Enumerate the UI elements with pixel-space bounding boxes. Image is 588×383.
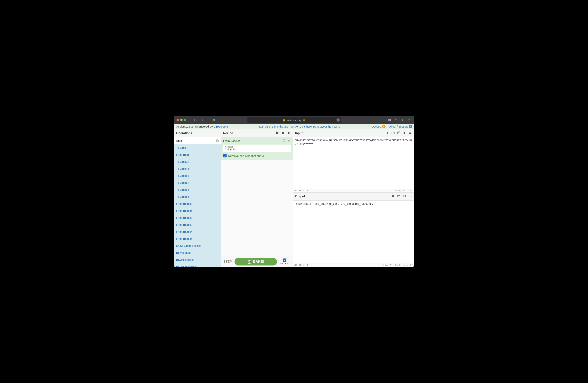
operations-header: Operations [174,129,221,137]
about-link[interactable]: About / Support [389,125,408,128]
svg-line-9 [283,140,285,141]
input-display-options-button[interactable] [408,131,412,135]
titlebar: ▾ 🔒 cyberchef.org 🔒 ••• [174,116,414,124]
operation-list-item[interactable]: Show Base64 offsets [174,242,221,249]
output-pane: Output spartanCTF{just_an0ther_0bs0l3t3_… [293,193,414,267]
encoding-button[interactable]: TT Raw Bytes [390,190,405,192]
replace-input-button[interactable] [403,194,406,198]
output-textarea[interactable]: spartanCTF{just_an0ther_0bs0l3t3_enc0d1n… [293,201,414,263]
lines-icon [303,190,305,192]
clear-input-button[interactable] [403,131,406,135]
eol-button[interactable]: ↵ LF [407,264,413,266]
recipe-list[interactable]: From Base32 Alphabet A-Z2-7= ✓ Remove no… [221,137,293,256]
downloads-button[interactable] [387,117,392,123]
operation-title: From Base32 [223,139,240,142]
help-icon[interactable]: ? [409,125,412,128]
operation-list-item[interactable]: From Base62 [174,221,221,229]
input-char-count: 88 [299,190,301,192]
operation-list-item[interactable]: From Base85 [174,235,221,242]
reader-lock-icon: 🔒 [303,119,306,121]
tabs-overview-button[interactable] [406,117,411,123]
svg-rect-16 [409,133,411,133]
operation-list-item[interactable]: From Base32 [174,200,221,207]
clear-search-button[interactable]: ✕ [216,139,219,142]
output-line-count: 1 [307,264,308,266]
page-settings-button[interactable]: ••• [336,118,340,122]
operation-list-item[interactable]: From Base64 [174,229,221,235]
operation-list-item[interactable]: From Base45 [174,207,221,214]
alphabet-argument[interactable]: Alphabet A-Z2-7= [223,145,291,152]
chevron-down-icon[interactable]: ▾ [196,119,197,121]
svg-rect-17 [409,134,411,134]
maximize-output-button[interactable] [408,194,412,198]
operation-list-item[interactable]: To Base62 [174,179,221,186]
operation-list-item[interactable]: To Base85 [174,193,221,200]
checkbox-checked-icon: ✓ [283,258,286,262]
operations-list[interactable]: To BaseFrom BaseTo Base32To Base45To Bas… [174,144,221,267]
svg-rect-10 [288,140,289,141]
back-button[interactable] [199,117,205,123]
operation-list-item[interactable]: BSON deserialise [174,263,221,267]
maximize-window-button[interactable] [184,119,186,121]
copy-output-button[interactable] [397,194,400,198]
operations-search-input[interactable] [174,137,221,144]
input-line-count: 1 [307,190,308,192]
checkbox-checked-icon: ✓ [223,154,227,157]
open-folder-button[interactable] [391,131,395,135]
share-button[interactable] [393,117,399,123]
char-count-icon: ABC [294,190,297,192]
operation-list-item[interactable]: To Base [174,144,221,151]
remove-non-alphabet-checkbox[interactable]: ✓ Remove non-alphabet chars [223,154,290,157]
notice-banner: Version 10.5.2 - Sponsored by DEF24.com … [174,124,414,129]
operation-list-item[interactable]: BSON serialise [174,256,221,263]
options-link[interactable]: Options [372,125,381,128]
address-bar[interactable]: 🔒 cyberchef.org 🔒 ••• [247,117,341,123]
operations-panel: Operations ✕ To BaseFrom BaseTo Base32To… [174,129,221,267]
disable-operation-button[interactable] [282,139,285,143]
close-window-button[interactable] [177,119,179,121]
pause-operation-button[interactable] [287,139,290,143]
input-pane: Input ONYGC4TUMFXEGVCGPNVHK43UL5QW4MDUNB… [293,129,414,193]
svg-rect-0 [192,119,194,121]
operation-list-item[interactable]: From Base58 [174,214,221,221]
io-panel: Input ONYGC4TUMFXEGVCGPNVHK43UL5QW4MDUNB… [293,129,414,267]
svg-rect-21 [398,195,400,197]
save-output-button[interactable] [391,194,395,198]
auto-bake-toggle[interactable]: ✓ Auto Bake [280,258,290,265]
input-header: Input [293,129,414,137]
clear-recipe-button[interactable] [287,131,290,135]
window-controls [177,119,186,121]
encoding-button[interactable]: TT Raw Bytes [390,264,405,267]
banner-message[interactable]: Last build: 9 months ago - Version 10 is… [228,125,372,128]
input-statusbar: ABC88 1 TT Raw Bytes ↵ LF [293,189,414,192]
minimize-window-button[interactable] [180,119,183,121]
sidebar-toggle-button[interactable] [190,117,196,123]
recipe-footer: STEP 👨‍🍳 BAKE! ✓ Auto Bake [221,256,293,267]
add-input-tab-button[interactable] [386,131,389,135]
operation-list-item[interactable]: To Base32 [174,158,221,165]
browser-window: ▾ 🔒 cyberchef.org 🔒 ••• [174,116,414,267]
operation-list-item[interactable]: To Base64 [174,186,221,193]
eol-button[interactable]: ↵ LF [407,190,413,192]
svg-rect-7 [408,119,410,121]
output-header: Output [293,193,414,201]
lock-icon: 🔒 [282,119,285,121]
forward-button[interactable] [206,117,211,123]
load-recipe-button[interactable] [281,131,285,135]
input-textarea[interactable]: ONYGC4TUMFXEGVCGPNVHK43UL5QW4MDUNBSXEXZQ… [293,137,414,189]
new-tab-button[interactable] [400,117,405,123]
operation-list-item[interactable]: To Base58 [174,172,221,179]
open-file-button[interactable] [397,131,400,135]
step-button[interactable]: STEP [224,260,232,263]
operation-list-item[interactable]: From Base [174,151,221,158]
svg-rect-22 [403,195,406,197]
save-recipe-button[interactable] [276,131,279,135]
lines-icon [303,264,305,266]
operation-list-item[interactable]: Bcrypt parse [174,249,221,256]
output-statusbar: ABC51 1 2ms TT Raw Bytes ↵ LF [293,263,414,267]
recipe-operation-from-base32[interactable]: From Base32 Alphabet A-Z2-7= ✓ Remove no… [221,137,293,160]
operation-list-item[interactable]: To Base45 [174,165,221,172]
bake-button[interactable]: 👨‍🍳 BAKE! [234,258,277,266]
settings-gear-icon[interactable]: ⚙ [382,125,385,128]
shield-icon[interactable] [211,117,217,123]
